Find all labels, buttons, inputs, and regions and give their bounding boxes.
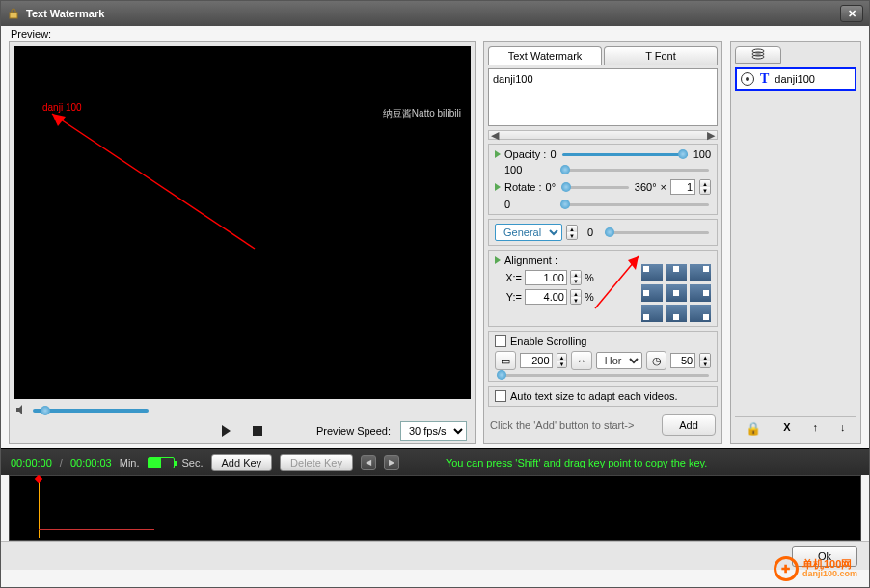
align-x-spinner[interactable]: ▲▼: [570, 270, 582, 285]
align-mr[interactable]: [690, 284, 711, 302]
mode-slider-value: 0: [582, 227, 599, 238]
timeline-controls: 00:00:00 / 00:00:03 Min. Sec. Add Key De…: [1, 448, 869, 475]
rotate-max: 360°: [635, 181, 657, 193]
rotate-value: 0: [504, 199, 555, 210]
align-br[interactable]: [690, 305, 711, 322]
title-bar: Text Watermark ✕: [1, 1, 869, 26]
align-y-spinner[interactable]: ▲▼: [570, 289, 582, 305]
align-tr[interactable]: [690, 264, 711, 281]
collapse-icon[interactable]: [495, 150, 501, 158]
align-bc[interactable]: [666, 305, 687, 322]
enable-scrolling-checkbox[interactable]: [495, 335, 506, 347]
scroll-speed-spinner[interactable]: ▲▼: [699, 353, 711, 368]
direction-icon[interactable]: ↔: [571, 351, 592, 370]
footer: Ok: [1, 541, 869, 570]
add-key-button[interactable]: Add Key: [211, 454, 273, 471]
preview-speed-label: Preview Speed:: [316, 425, 391, 437]
layer-item[interactable]: T danji100: [735, 67, 856, 91]
opacity-rotate-panel: Opacity : 0 100 100 Rotate : 0° 360° × ▲…: [488, 144, 718, 215]
align-tl[interactable]: [641, 264, 663, 281]
scroll-slider[interactable]: [497, 374, 709, 377]
align-bl[interactable]: [641, 305, 663, 322]
collapse-icon[interactable]: [495, 183, 501, 191]
timeline-keyframe[interactable]: [35, 475, 42, 483]
time-current: 00:00:00: [11, 457, 52, 468]
svg-rect-0: [10, 13, 17, 18]
layer-up-icon[interactable]: ↑: [813, 421, 819, 436]
visibility-icon[interactable]: [741, 72, 754, 86]
annotation-arrow-icon: [42, 104, 332, 297]
pct-label: %: [585, 291, 594, 303]
layer-down-icon[interactable]: ↓: [840, 421, 846, 436]
scroll-width-input[interactable]: [520, 353, 553, 368]
rotate-slider[interactable]: [561, 186, 629, 189]
add-button[interactable]: Add: [662, 414, 716, 436]
timeline-hint: You can press 'Shift' and drag key point…: [446, 457, 707, 468]
rotate-spinner[interactable]: ▲▼: [699, 179, 711, 195]
rotate-fine-slider[interactable]: [560, 203, 709, 206]
layer-name: danji100: [775, 73, 815, 85]
autosize-label: Auto text size to adapt each videos.: [510, 390, 678, 402]
tabs: Text Watermark T Font: [488, 46, 718, 65]
rotate-spin-value[interactable]: [670, 179, 695, 195]
brand-site: danji100.com: [802, 570, 857, 578]
mode-slider[interactable]: [605, 231, 709, 234]
speed-icon[interactable]: ◷: [646, 351, 667, 370]
watermark-text-input[interactable]: danji100: [488, 68, 718, 126]
volume-slider[interactable]: [33, 409, 149, 413]
alignment-panel: Alignment : X:= ▲▼ % Y:= ▲▼ %: [488, 250, 718, 327]
text-layer-icon: T: [760, 71, 769, 87]
autosize-checkbox[interactable]: [495, 390, 506, 402]
play-button[interactable]: [216, 420, 237, 441]
ok-button[interactable]: Ok: [792, 546, 857, 567]
opacity-label: Opacity :: [504, 148, 546, 160]
delete-layer-icon[interactable]: X: [783, 421, 790, 436]
align-ml[interactable]: [641, 284, 663, 302]
align-y-input[interactable]: [525, 289, 567, 305]
align-mc[interactable]: [666, 284, 687, 302]
opacity-min: 0: [550, 148, 556, 160]
alignment-label: Alignment :: [504, 254, 557, 266]
align-y-label: Y:=: [495, 291, 522, 303]
stop-button[interactable]: [247, 420, 268, 441]
scroll-width-spinner[interactable]: ▲▼: [557, 353, 568, 368]
layers-tab[interactable]: [735, 46, 781, 64]
layers-icon: [750, 48, 766, 62]
width-icon[interactable]: ▭: [495, 351, 516, 370]
lock-layer-icon[interactable]: 🔒: [746, 421, 761, 436]
time-slash: /: [60, 457, 63, 468]
mode-spinner[interactable]: ▲▼: [566, 225, 578, 240]
scroll-speed-input[interactable]: [670, 353, 695, 368]
speaker-icon[interactable]: [15, 404, 27, 417]
fps-select[interactable]: 30 fps/s: [400, 421, 467, 441]
lock-icon: [7, 7, 20, 20]
tab-font[interactable]: T Font: [604, 46, 718, 65]
direction-select[interactable]: Horiz: [596, 352, 642, 369]
enable-scrolling-label: Enable Scrolling: [510, 335, 587, 347]
window-title: Text Watermark: [26, 8, 104, 19]
preview-subtitle: 纳豆酱Natto bilibili: [383, 107, 461, 120]
align-tc[interactable]: [666, 264, 687, 281]
mode-select[interactable]: General: [495, 224, 562, 241]
close-button[interactable]: ✕: [840, 5, 863, 22]
layers-panel: T danji100 🔒 X ↑ ↓: [730, 41, 861, 444]
opacity-slider[interactable]: [562, 153, 688, 156]
svg-marker-3: [16, 405, 22, 414]
scrolling-panel: Enable Scrolling ▭ ▲▼ ↔ Horiz ◷ ▲▼: [488, 331, 718, 382]
align-x-input[interactable]: [525, 270, 567, 285]
collapse-icon[interactable]: [495, 256, 501, 264]
next-key-button[interactable]: ▶: [384, 455, 399, 470]
align-x-label: X:=: [495, 272, 522, 283]
svg-line-1: [52, 114, 255, 249]
opacity-fine-slider[interactable]: [560, 169, 709, 172]
rotate-times: ×: [661, 181, 666, 193]
sec-label: Sec.: [182, 457, 204, 468]
textarea-scrollbar[interactable]: ◀▶: [488, 130, 718, 140]
delete-key-button[interactable]: Delete Key: [280, 454, 353, 471]
min-label: Min.: [120, 457, 140, 468]
timeline-canvas[interactable]: [9, 475, 861, 541]
play-controls: Preview Speed: 30 fps/s: [10, 418, 475, 443]
properties-panel: Text Watermark T Font danji100 ◀▶ Opacit…: [483, 41, 722, 444]
prev-key-button[interactable]: ◀: [361, 455, 376, 470]
tab-text-watermark[interactable]: Text Watermark: [488, 46, 602, 65]
